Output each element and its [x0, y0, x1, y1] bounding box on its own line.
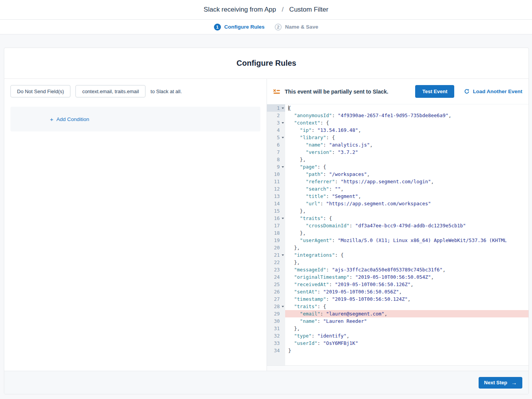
- gutter-line: 19: [267, 237, 285, 244]
- code-line[interactable]: "path": "/workspaces",: [285, 171, 529, 178]
- step-1-circle: 1: [214, 24, 221, 31]
- step-1-label: Configure Rules: [224, 24, 265, 30]
- rule-suffix-text: to Slack at all.: [151, 89, 182, 94]
- code-line[interactable]: "userId": "OsY6MFBj1K": [285, 339, 529, 347]
- editor-code-area[interactable]: { "anonymousId": "4f9390ae-2657-4fe1-9d9…: [285, 104, 529, 365]
- code-line[interactable]: "anonymousId": "4f9390ae-2657-4fe1-9d95-…: [285, 112, 529, 119]
- code-line[interactable]: },: [285, 244, 529, 251]
- step-configure-rules[interactable]: 1 Configure Rules: [214, 24, 265, 31]
- gutter-line: 25: [267, 281, 285, 288]
- gutter-line: 21: [267, 251, 285, 259]
- gutter-line: 2: [267, 112, 285, 119]
- fold-caret-icon[interactable]: [282, 306, 284, 307]
- card-footer: Next Step →: [4, 371, 529, 394]
- code-line[interactable]: "title": "Segment",: [285, 193, 529, 200]
- filter-rule-panel: Do Not Send Field(s) context.email, trai…: [4, 79, 267, 371]
- code-line[interactable]: "traits": {: [285, 303, 529, 310]
- gutter-line: 6: [267, 141, 285, 148]
- code-line[interactable]: "url": "https://app.segment.com/workspac…: [285, 200, 529, 207]
- gutter-line: 15: [267, 207, 285, 215]
- plus-icon: +: [50, 116, 53, 123]
- gutter-line: 28: [267, 303, 285, 310]
- fold-caret-icon[interactable]: [282, 166, 284, 168]
- code-line[interactable]: "timestamp": "2019-05-10T00:56:50.124Z",: [285, 295, 529, 303]
- editor-horizontal-scrollbar[interactable]: [267, 365, 529, 371]
- breadcrumb-separator: /: [282, 6, 284, 13]
- fold-caret-icon[interactable]: [282, 107, 284, 109]
- gutter-line: 33: [267, 339, 285, 347]
- code-line[interactable]: "crossDomainId": "df3a47ee-bcc9-479d-add…: [285, 222, 529, 229]
- load-another-event-link[interactable]: Load Another Event: [464, 89, 522, 94]
- json-event-editor[interactable]: 1234567891011121314151617181920212223242…: [267, 104, 529, 365]
- step-name-save[interactable]: 2 Name & Save: [275, 24, 318, 31]
- card-title-row: Configure Rules: [4, 48, 529, 79]
- code-line[interactable]: "userAgent": "Mozilla/5.0 (X11; Linux x8…: [285, 237, 529, 244]
- add-condition-button[interactable]: + Add Condition: [10, 107, 260, 131]
- breadcrumb: Slack receiving from App / Custom Filter: [204, 6, 328, 14]
- code-line[interactable]: },: [285, 207, 529, 215]
- code-line[interactable]: "referrer": "https://app.segment.com/log…: [285, 178, 529, 185]
- code-line[interactable]: "ip": "13.54.169.48",: [285, 126, 529, 134]
- code-line[interactable]: "receivedAt": "2019-05-10T00:56:50.126Z"…: [285, 281, 529, 288]
- load-another-event-label: Load Another Event: [473, 89, 522, 94]
- gutter-line: 23: [267, 266, 285, 273]
- gutter-line: 4: [267, 126, 285, 134]
- code-line[interactable]: "type": "identify",: [285, 332, 529, 339]
- breadcrumb-current-page: Custom Filter: [289, 6, 328, 13]
- gutter-line: 26: [267, 288, 285, 295]
- code-line[interactable]: },: [285, 259, 529, 266]
- code-line[interactable]: "sentAt": "2019-05-10T00:56:50.056Z",: [285, 288, 529, 295]
- code-line[interactable]: "search": "",: [285, 185, 529, 193]
- code-line[interactable]: "version": "3.7.2": [285, 148, 529, 156]
- code-line[interactable]: "originalTimestamp": "2019-05-10T00:56:5…: [285, 273, 529, 281]
- step-2-circle: 2: [275, 24, 282, 31]
- breadcrumb-destination[interactable]: Slack receiving from App: [204, 6, 276, 13]
- gutter-line: 29: [267, 310, 285, 317]
- gutter-line: 32: [267, 332, 285, 339]
- code-line-highlighted[interactable]: "email": "lauren@segment.com",: [285, 310, 529, 317]
- fold-caret-icon[interactable]: [282, 137, 284, 138]
- event-banner-text: This event will be partially sent to Sla…: [285, 89, 388, 95]
- gutter-line: 30: [267, 317, 285, 325]
- code-line[interactable]: },: [285, 229, 529, 237]
- gutter-line: 10: [267, 171, 285, 178]
- gutter-line: 8: [267, 156, 285, 163]
- gutter-line: 9: [267, 163, 285, 171]
- code-line[interactable]: "page": {: [285, 163, 529, 171]
- gutter-line: 3: [267, 119, 285, 126]
- code-line[interactable]: "integrations": {: [285, 251, 529, 259]
- fold-caret-icon[interactable]: [282, 254, 284, 256]
- step-bar: 1 Configure Rules 2 Name & Save: [0, 20, 532, 34]
- gutter-line: 7: [267, 148, 285, 156]
- code-line[interactable]: },: [285, 325, 529, 332]
- test-event-button[interactable]: Test Event: [415, 85, 454, 98]
- step-2-label: Name & Save: [285, 24, 318, 30]
- code-line[interactable]: "name": "Lauren Reeder": [285, 317, 529, 325]
- code-line[interactable]: "messageId": "ajs-33ffc2ac0a550e8f053789…: [285, 266, 529, 273]
- rule-action-select[interactable]: Do Not Send Field(s): [10, 85, 70, 97]
- gutter-line: 22: [267, 259, 285, 266]
- fold-caret-icon[interactable]: [282, 218, 284, 219]
- code-line[interactable]: }: [285, 347, 529, 354]
- code-line[interactable]: "name": "analytics.js",: [285, 141, 529, 148]
- event-preview-panel: This event will be partially sent to Sla…: [267, 79, 529, 371]
- arrow-right-icon: →: [511, 379, 517, 386]
- card-body: Do Not Send Field(s) context.email, trai…: [4, 79, 529, 371]
- gutter-line: 13: [267, 193, 285, 200]
- code-line[interactable]: },: [285, 156, 529, 163]
- gutter-line: 18: [267, 229, 285, 237]
- fold-caret-icon[interactable]: [282, 122, 284, 124]
- add-condition-label: Add Condition: [56, 116, 89, 122]
- code-line[interactable]: "library": {: [285, 134, 529, 141]
- page-title: Configure Rules: [236, 59, 296, 68]
- top-header: Slack receiving from App / Custom Filter: [0, 0, 532, 20]
- next-step-label: Next Step: [484, 380, 507, 385]
- code-line[interactable]: {: [285, 104, 529, 112]
- rule-row: Do Not Send Field(s) context.email, trai…: [10, 85, 260, 97]
- next-step-button[interactable]: Next Step →: [479, 377, 522, 389]
- rule-fields-select[interactable]: context.email, traits.email: [75, 85, 145, 97]
- partial-filter-icon: [273, 89, 281, 94]
- code-line[interactable]: "context": {: [285, 119, 529, 126]
- code-line[interactable]: "traits": {: [285, 215, 529, 222]
- editor-gutter: 1234567891011121314151617181920212223242…: [267, 104, 285, 365]
